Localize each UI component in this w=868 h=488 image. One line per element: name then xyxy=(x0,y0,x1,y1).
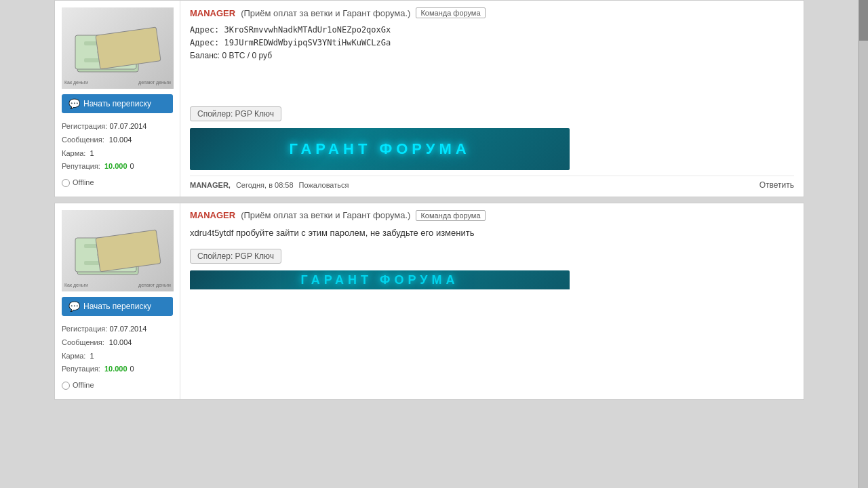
offline-row: Offline xyxy=(62,176,146,190)
offline-indicator-2 xyxy=(62,382,70,390)
offline-label-2: Offline xyxy=(73,379,94,392)
offline-row-2: Offline xyxy=(62,379,146,392)
start-chat-label-2: Начать переписку xyxy=(83,302,151,311)
offline-indicator xyxy=(62,179,70,187)
reg-label: Регистрация: xyxy=(62,122,107,130)
karma-label: Карма: xyxy=(62,147,85,161)
reg-row: Регистрация: 07.07.2014 xyxy=(62,120,146,134)
post2-user-title: (Приём оплат за ветки и Гарант форума.) xyxy=(241,210,410,220)
svg-rect-13 xyxy=(95,230,160,272)
role-badge: Команда форума xyxy=(416,7,485,18)
karma-row: Карма: 1 xyxy=(62,147,146,161)
post2-username: MANAGER xyxy=(190,210,235,220)
msg-row: Сообщения: 10.004 xyxy=(62,134,146,147)
avatar-image: $ xyxy=(74,18,162,79)
post-username: MANAGER xyxy=(190,8,235,18)
msg-value-2: 10.004 xyxy=(109,338,132,346)
user-meta-2: Регистрация: 07.07.2014 Сообщения: 10.00… xyxy=(62,323,146,392)
reg-row-2: Регистрация: 07.07.2014 xyxy=(62,323,146,336)
user-meta-1: Регистрация: 07.07.2014 Сообщения: 10.00… xyxy=(62,120,146,190)
reg-label-2: Регистрация: xyxy=(62,325,107,333)
msg-label-2: Сообщения: xyxy=(62,338,104,346)
post-1-footer: MANAGER, Сегодня, в 08:58 Пожаловаться О… xyxy=(190,176,794,190)
post-1-content: Адрес: 3KroSRmvvwhNadkMTAdUr1oNEZpo2qoxG… xyxy=(190,24,794,96)
start-chat-button-2[interactable]: 💬 Начать переписку xyxy=(62,297,173,316)
balance-value: 0 BTC / 0 руб xyxy=(222,51,273,60)
rep-value: 10.000 xyxy=(104,160,127,174)
post-1-header: MANAGER (Приём оплат за ветки и Гарант ф… xyxy=(190,7,794,18)
avatar-2: $ Как деньги делают деньги xyxy=(62,210,174,291)
spoiler-section-1: Спойлер: PGP Ключ xyxy=(190,102,794,127)
addr1-value: 3KroSRmvvwhNadkMTAdUr1oNEZpo2qoxGx xyxy=(224,25,391,35)
garant-text-1: ГАРАНТ ФОРУМА xyxy=(289,140,470,158)
avatar-image-2: $ xyxy=(74,220,162,281)
reply-button-1[interactable]: Ответить xyxy=(760,180,794,190)
post-2-header: MANAGER (Приём оплат за ветки и Гарант ф… xyxy=(190,210,794,221)
post-2-sidebar: $ Как деньги делают деньги 💬 Начать пере… xyxy=(55,203,180,399)
addr1-label: Адрес: xyxy=(190,25,219,35)
garant-text-2: ГАРАНТ ФОРУМА xyxy=(301,273,459,287)
post-1: $ Как деньги делают деньги 💬 Начать пере… xyxy=(54,0,804,197)
address-line-1: Адрес: 3KroSRmvvwhNadkMTAdUr1oNEZpo2qoxG… xyxy=(190,24,794,37)
karma-value-2: 1 xyxy=(90,350,94,363)
post-2-main: MANAGER (Приём оплат за ветки и Гарант ф… xyxy=(180,203,804,399)
spoiler-button-1[interactable]: Спойлер: PGP Ключ xyxy=(190,106,281,121)
avatar2-label-right: делают деньги xyxy=(138,283,171,287)
footer-username: MANAGER, xyxy=(190,181,231,189)
spoiler-button-2[interactable]: Спойлер: PGP Ключ xyxy=(190,249,281,264)
spoiler-section-2: Спойлер: PGP Ключ xyxy=(190,245,794,269)
rep-label: Репутация: xyxy=(62,160,100,174)
rep-value-2: 10.000 xyxy=(104,363,127,376)
avatar2-label-left: Как деньги xyxy=(64,283,88,287)
reg-value: 07.07.2014 xyxy=(109,122,146,130)
karma-value: 1 xyxy=(90,147,94,161)
reputation-row: Репутация: 10.000 0 xyxy=(62,160,146,174)
post-1-main: MANAGER (Приём оплат за ветки и Гарант ф… xyxy=(180,1,804,197)
post-1-sidebar: $ Как деньги делают деньги 💬 Начать пере… xyxy=(55,1,180,197)
karma-label-2: Карма: xyxy=(62,350,85,363)
start-chat-label: Начать переписку xyxy=(83,99,151,108)
offline-label: Offline xyxy=(73,176,94,190)
avatar: $ Как деньги делают деньги xyxy=(62,7,174,89)
msg-label: Сообщения: xyxy=(62,136,104,144)
msg-row-2: Сообщения: 10.004 xyxy=(62,336,146,350)
post-2: $ Как деньги делают деньги 💬 Начать пере… xyxy=(54,203,804,400)
avatar-label-left: Как деньги xyxy=(64,80,88,85)
rep-label-2: Репутация: xyxy=(62,363,100,376)
address-line-2: Адрес: 19JUrmREDWdWbyipqSV3YNtiHwKuWCLzG… xyxy=(190,37,794,49)
reputation-row-2: Репутация: 10.000 0 xyxy=(62,363,146,376)
addr2-label: Адрес: xyxy=(190,38,219,47)
balance-line: Баланс: 0 BTC / 0 руб xyxy=(190,49,794,62)
footer-time: Сегодня, в 08:58 xyxy=(236,181,294,189)
avatar-label-right: делают деньги xyxy=(138,80,171,85)
msg-value: 10.004 xyxy=(109,136,132,144)
post2-text: xdru4t5ytdf пробуйте зайти с этим пароле… xyxy=(190,226,794,240)
start-chat-button-1[interactable]: 💬 Начать переписку xyxy=(62,94,173,113)
footer-left: MANAGER, Сегодня, в 08:58 Пожаловаться xyxy=(190,181,349,189)
garant-banner-1: ГАРАНТ ФОРУМА xyxy=(190,128,570,170)
balance-label: Баланс: xyxy=(190,51,220,60)
chat-icon: 💬 xyxy=(68,98,80,109)
chat-icon-2: 💬 xyxy=(68,301,80,312)
addr2-value: 19JUrmREDWdWbyipqSV3YNtiHwKuWCLzGa xyxy=(224,38,391,47)
karma-row-2: Карма: 1 xyxy=(62,350,146,363)
reg-value-2: 07.07.2014 xyxy=(109,325,146,333)
rep-zero-2: 0 xyxy=(130,363,134,376)
footer-report[interactable]: Пожаловаться xyxy=(299,181,349,189)
post-user-title: (Приём оплат за ветки и Гарант форума.) xyxy=(241,8,410,18)
garant-banner-2: ГАРАНТ ФОРУМА xyxy=(190,270,570,289)
role-badge-2: Команда форума xyxy=(416,210,485,221)
rep-zero: 0 xyxy=(130,160,134,174)
svg-rect-6 xyxy=(95,27,160,69)
